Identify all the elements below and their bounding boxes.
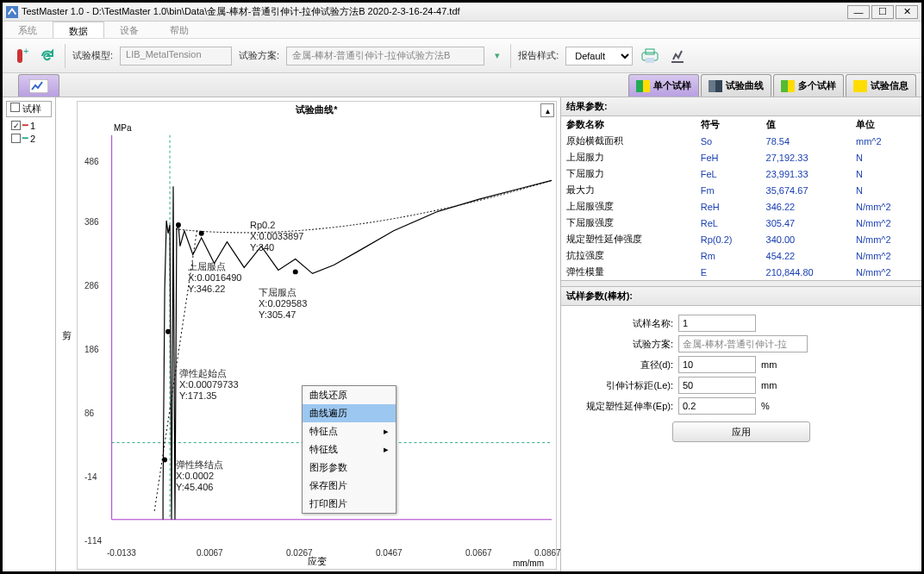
svg-text:+: + bbox=[23, 47, 28, 56]
sample-scheme-label: 试验方案: bbox=[570, 338, 673, 351]
table-row: 上屈服力FeH27,192.33N bbox=[561, 149, 921, 165]
app-icon bbox=[6, 6, 18, 18]
table-row: 弹性模量E210,844.80N/mm^2 bbox=[561, 264, 921, 280]
report-label: 报告样式: bbox=[518, 49, 559, 62]
checkbox-icon[interactable]: ✓ bbox=[11, 121, 21, 130]
svg-point-15 bbox=[162, 457, 167, 462]
sample-scheme-field bbox=[678, 335, 808, 353]
ctx-traverse[interactable]: 曲线遍历 bbox=[303, 404, 396, 422]
chevron-right-icon: ▸ bbox=[384, 426, 389, 437]
export-icon[interactable] bbox=[667, 46, 688, 66]
gauge-label: 引伸计标距(Le): bbox=[570, 379, 673, 392]
print-preview-icon[interactable] bbox=[640, 46, 660, 66]
ctx-save-image[interactable]: 保存图片 bbox=[303, 477, 396, 495]
ctx-feature-point[interactable]: 特征点▸ bbox=[303, 422, 396, 440]
expand-chart-icon[interactable]: ▴ bbox=[540, 103, 554, 117]
tree-header: 试样 bbox=[22, 103, 41, 114]
chart-title: 试验曲线* bbox=[78, 102, 556, 118]
chevron-right-icon: ▸ bbox=[384, 444, 389, 455]
menu-help[interactable]: 帮助 bbox=[154, 22, 204, 38]
ctx-print-image[interactable]: 打印图片 bbox=[303, 495, 396, 513]
ep-input[interactable] bbox=[678, 397, 756, 415]
ctx-restore[interactable]: 曲线还原 bbox=[303, 386, 396, 404]
menu-device[interactable]: 设备 bbox=[104, 22, 154, 38]
sample-name-label: 试样名称: bbox=[570, 317, 673, 330]
svg-point-13 bbox=[199, 231, 204, 236]
scheme-field[interactable]: 金属-棒材-普通引伸计-拉伸试验方法B bbox=[286, 47, 484, 66]
tree-root-checkbox[interactable] bbox=[10, 103, 20, 112]
svg-point-14 bbox=[165, 329, 171, 334]
table-row: 最大力Fm35,674.67N bbox=[561, 182, 921, 198]
tab-test-curve[interactable]: 试验曲线 bbox=[701, 74, 771, 97]
ctx-graph-params[interactable]: 图形参数 bbox=[303, 459, 396, 477]
gauge-input[interactable] bbox=[678, 377, 756, 394]
add-sample-icon[interactable]: + bbox=[9, 46, 30, 66]
maximize-button[interactable]: ☐ bbox=[871, 5, 894, 19]
svg-point-12 bbox=[293, 269, 298, 274]
table-row: 规定塑性延伸强度Rp(0.2)340.00N/mm^2 bbox=[561, 231, 921, 247]
refresh-icon[interactable] bbox=[37, 46, 58, 66]
sample-params-header: 试样参数(棒材): bbox=[561, 287, 921, 306]
sample-tree: 试样 ✓━1 ━2 bbox=[3, 97, 56, 573]
apply-button[interactable]: 应用 bbox=[672, 421, 810, 442]
ep-label: 规定塑性延伸率(Ep): bbox=[570, 400, 673, 413]
window-title: TestMaster 1.0 - D:\TestMaster 1.0\bin\D… bbox=[22, 5, 460, 18]
results-table: 参数名称符号值单位 原始横截面积So78.54mm^2上屈服力FeH27,192… bbox=[561, 116, 921, 280]
table-row: 原始横截面积So78.54mm^2 bbox=[561, 133, 921, 149]
close-button[interactable]: ✕ bbox=[896, 5, 918, 19]
svg-point-11 bbox=[176, 222, 181, 228]
table-row: 参数名称符号值单位 bbox=[561, 116, 921, 133]
ctx-feature-line[interactable]: 特征线▸ bbox=[303, 440, 396, 459]
table-row: 下屈服力FeL23,991.33N bbox=[561, 165, 921, 182]
minimize-button[interactable]: — bbox=[847, 5, 870, 19]
table-row: 下屈服强度ReL305.47N/mm^2 bbox=[561, 215, 921, 231]
diameter-label: 直径(d): bbox=[570, 359, 673, 371]
context-menu: 曲线还原 曲线遍历 特征点▸ 特征线▸ 图形参数 保存图片 打印图片 bbox=[302, 385, 396, 514]
checkbox-icon[interactable] bbox=[11, 134, 21, 143]
x-label: 应变 bbox=[308, 555, 327, 568]
menu-system[interactable]: 系统 bbox=[3, 22, 53, 38]
model-field[interactable]: LIB_MetalTension bbox=[120, 47, 232, 66]
side-tab-chart[interactable] bbox=[18, 74, 59, 97]
tree-item-1[interactable]: ✓━1 bbox=[6, 119, 52, 132]
model-label: 试验模型: bbox=[72, 49, 113, 62]
chart-panel[interactable]: 试验曲线* ▴ MPa -114 -14 86 186 286 386 486 … bbox=[77, 101, 557, 570]
tree-item-2[interactable]: ━2 bbox=[6, 132, 52, 145]
svg-rect-4 bbox=[646, 49, 654, 54]
table-row: 上屈服强度ReH346.22N/mm^2 bbox=[561, 198, 921, 215]
scheme-label: 试验方案: bbox=[239, 49, 279, 62]
menu-bar: 系统 数据 设备 帮助 bbox=[3, 22, 921, 39]
y-outer-label: 剪 bbox=[62, 329, 72, 342]
results-header: 结果参数: bbox=[561, 97, 921, 116]
scheme-dropdown-icon[interactable]: ▾ bbox=[491, 50, 503, 61]
sample-name-input[interactable] bbox=[678, 315, 756, 332]
x-unit: mm/mm bbox=[513, 558, 544, 568]
tab-single-sample[interactable]: 单个试样 bbox=[628, 74, 699, 97]
tab-test-info[interactable]: 试验信息 bbox=[846, 74, 916, 97]
tab-multi-sample[interactable]: 多个试样 bbox=[773, 74, 844, 97]
menu-data[interactable]: 数据 bbox=[53, 22, 104, 38]
report-select[interactable]: Default bbox=[565, 47, 633, 66]
svg-rect-1 bbox=[17, 49, 22, 63]
svg-rect-5 bbox=[646, 58, 654, 63]
table-row: 抗拉强度Rm454.22N/mm^2 bbox=[561, 247, 921, 264]
diameter-input[interactable] bbox=[678, 356, 756, 373]
